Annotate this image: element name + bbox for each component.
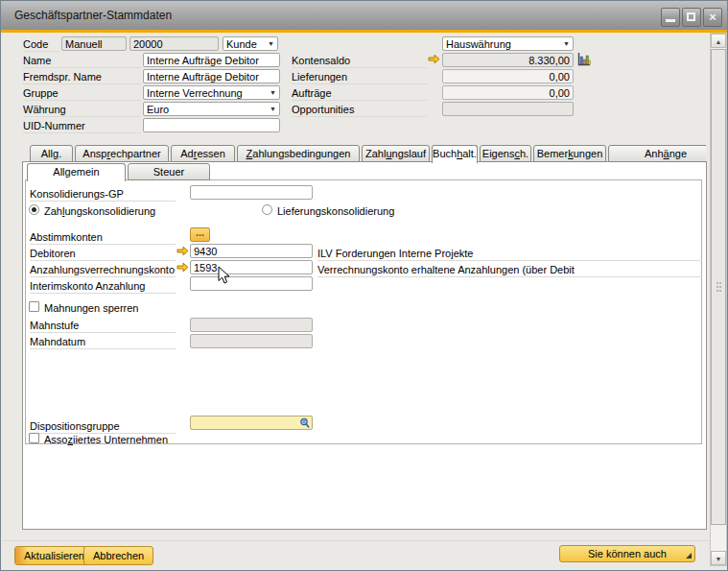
control-accounts-browse-button[interactable]: ... (190, 227, 210, 242)
scroll-thumb-grip (716, 282, 718, 284)
receivables-account-field[interactable] (190, 244, 313, 258)
currency-label: Währung (23, 104, 141, 117)
downpayment-clearing-label: Anzahlungsverrechnungskonto (30, 264, 176, 277)
block-dunning-label: Mahnungen sperren (44, 302, 138, 314)
dunning-level-field[interactable] (190, 318, 313, 332)
maximize-icon (687, 12, 695, 21)
minimize-icon (666, 19, 675, 22)
account-balance-label: Kontensaldo (292, 55, 427, 68)
chart-icon[interactable] (576, 52, 591, 66)
footer-divider (2, 540, 728, 541)
foreign-name-field[interactable] (143, 69, 280, 83)
planning-group-label: Dispositionsgruppe (30, 420, 176, 434)
deliveries-field[interactable] (442, 69, 574, 83)
code-mode-field[interactable] (61, 36, 127, 51)
group-value: Interne Verrechnung (147, 87, 243, 99)
delivery-consolidation-label: Lieferungskonsolidierung (277, 205, 394, 217)
bp-type-value: Kunde (226, 38, 257, 50)
payment-consolidation-label: Zahlungskonsolidierung (44, 205, 155, 217)
maximize-button[interactable] (682, 8, 701, 27)
associated-company-label: Assoziiertes Unternehmen (44, 434, 168, 445)
mouse-cursor-icon (218, 266, 231, 285)
group-label: Gruppe (23, 87, 141, 101)
consolidation-bp-field[interactable] (190, 185, 313, 200)
scroll-down-icon: ▼ (716, 556, 722, 562)
tab-allg[interactable]: Allg. (30, 145, 73, 162)
bp-type-select[interactable]: Kunde ▼ (223, 36, 278, 51)
group-select[interactable]: Interne Verrechnung ▼ (143, 85, 280, 100)
close-button[interactable]: × (703, 8, 722, 27)
business-partner-master-data-window: Geschäftspartner-Stammdaten × Code Kunde… (0, 0, 728, 571)
link-arrow-icon[interactable] (176, 262, 189, 273)
interim-downpayment-label: Interimskonto Anzahlung (30, 280, 176, 294)
chevron-down-icon: ▼ (268, 40, 274, 48)
downpayment-clearing-description: Verrechnungskonto erhaltene Anzahlungen … (317, 264, 702, 277)
code-field[interactable] (129, 36, 219, 51)
dunning-date-label: Mahndatum (30, 336, 176, 349)
currency-value: Euro (147, 104, 169, 115)
cancel-button[interactable]: Abbrechen (83, 546, 153, 565)
choose-from-list-icon[interactable] (299, 417, 310, 429)
subtab-steuer[interactable]: Steuer (128, 163, 210, 180)
tab-bemerkungen[interactable]: Bemerkungen (533, 145, 606, 162)
sub-tab-strip: Allgemein Steuer (27, 163, 212, 181)
main-tab-strip: Allg. Ansprechpartner Adressen Zahlungsb… (30, 145, 706, 163)
scroll-up-icon: ▲ (716, 38, 722, 45)
name-label: Name (23, 55, 141, 68)
consolidation-bp-label: Konsolidierungs-GP (30, 188, 176, 202)
orders-label: Aufträge (292, 87, 427, 101)
payment-consolidation-radio[interactable] (29, 204, 39, 215)
tab-zahlungslauf[interactable]: Zahlungslauf (362, 145, 430, 162)
interim-downpayment-field[interactable] (190, 276, 313, 291)
uid-field[interactable] (143, 118, 280, 132)
display-currency-value: Hauswährung (446, 38, 511, 50)
vertical-scrollbar[interactable]: ▲ ▼ (710, 33, 727, 566)
scrollbar-thumb[interactable] (711, 49, 726, 525)
account-balance-field[interactable] (442, 53, 574, 67)
tab-ansprechpartner[interactable]: Ansprechpartner (75, 145, 169, 162)
link-arrow-icon[interactable] (428, 54, 440, 64)
tab-zahlungsbedingungen[interactable]: Zahlungsbedingungen (237, 145, 360, 162)
close-icon: × (704, 10, 721, 25)
you-can-also-button[interactable]: Sie können auch (559, 545, 695, 562)
scroll-up-button[interactable]: ▲ (711, 34, 726, 48)
chevron-down-icon: ▼ (270, 106, 276, 113)
associated-company-checkbox[interactable] (29, 433, 39, 443)
receivables-label: Debitoren (30, 248, 176, 261)
dunning-date-field[interactable] (190, 334, 313, 348)
orders-field[interactable] (442, 85, 574, 100)
chevron-down-icon: ▼ (270, 89, 276, 97)
window-title: Geschäftspartner-Stammdaten (14, 9, 172, 22)
dunning-level-label: Mahnstufe (30, 320, 176, 333)
uid-label: UID-Nummer (23, 120, 141, 133)
deliveries-label: Lieferungen (292, 71, 427, 84)
tab-anhaenge[interactable]: Anhänge (608, 145, 706, 162)
control-accounts-label: Abstimmkonten (30, 231, 176, 245)
downpayment-clearing-account-field[interactable] (190, 260, 313, 274)
scroll-down-button[interactable]: ▼ (711, 551, 726, 565)
subtab-allgemein[interactable]: Allgemein (27, 163, 126, 181)
update-button[interactable]: Aktualisieren (14, 546, 94, 565)
code-label: Code (23, 38, 59, 52)
tab-adressen[interactable]: Adressen (171, 145, 235, 162)
gold-accent-bar (1, 30, 727, 33)
title-bar[interactable]: Geschäftspartner-Stammdaten × (1, 1, 727, 31)
receivables-account-description: ILV Forderungen Interne Projekte (317, 248, 702, 261)
link-arrow-icon[interactable] (176, 246, 189, 256)
planning-group-field[interactable] (190, 416, 313, 430)
delivery-consolidation-radio[interactable] (262, 204, 272, 215)
currency-select[interactable]: Euro ▼ (143, 102, 280, 116)
opportunities-field[interactable] (442, 102, 574, 116)
minimize-button[interactable] (661, 8, 680, 27)
display-currency-select[interactable]: Hauswährung ▼ (442, 36, 574, 51)
block-dunning-checkbox[interactable] (29, 301, 39, 312)
foreign-name-label: Fremdspr. Name (23, 71, 141, 84)
tab-eigensch[interactable]: Eigensch. (480, 145, 531, 162)
tab-buchhalt[interactable]: Buchhalt. (432, 145, 478, 163)
chevron-down-icon: ▼ (563, 40, 570, 48)
opportunities-label: Opportunities (292, 104, 427, 117)
name-field[interactable] (143, 53, 280, 67)
